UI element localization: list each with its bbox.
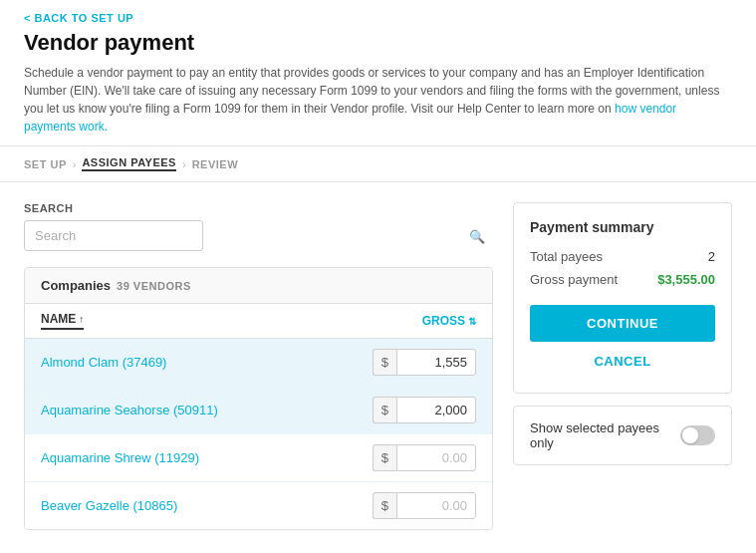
toggle-knob (682, 427, 698, 443)
vendor-link-aquamarine-shrew[interactable]: Aquamarine Shrew (11929) (41, 450, 199, 465)
gross-payment-label: Gross payment (530, 272, 618, 287)
companies-title: Companies (41, 278, 111, 293)
continue-button[interactable]: CONTINUE (530, 305, 715, 342)
show-selected-toggle[interactable] (680, 425, 715, 445)
dollar-sign-beaver-gazelle: $ (373, 492, 396, 519)
back-to-setup-link[interactable]: BACK TO SET UP (0, 0, 157, 30)
table-row: Almond Clam (37469) $ (25, 339, 492, 387)
search-icon: 🔍 (469, 228, 485, 243)
table-row: Aquamarine Seahorse (50911) $ (25, 387, 492, 434)
gross-payment-row: Gross payment $3,555.00 (530, 272, 715, 287)
breadcrumb: SET UP › ASSIGN PAYEES › REVIEW (0, 145, 756, 182)
amount-input-aquamarine-shrew[interactable] (396, 444, 476, 471)
dollar-sign-aquamarine-shrew: $ (373, 444, 396, 471)
gross-sort-icon: ⇅ (468, 316, 476, 327)
amount-field-aquamarine-shrew: $ (373, 444, 476, 471)
name-sort-icon: ↑ (79, 314, 84, 325)
search-label: SEARCH (24, 202, 493, 214)
breadcrumb-sep-1: › (73, 158, 77, 170)
breadcrumb-review[interactable]: REVIEW (192, 158, 238, 170)
amount-input-aquamarine-seahorse[interactable] (396, 397, 476, 423)
amount-field-almond-clam: $ (373, 349, 476, 376)
payment-summary-title: Payment summary (530, 219, 715, 235)
breadcrumb-setup[interactable]: SET UP (24, 158, 67, 170)
dollar-sign-aquamarine-seahorse: $ (373, 397, 396, 423)
payment-summary-card: Payment summary Total payees 2 Gross pay… (513, 202, 732, 394)
total-payees-label: Total payees (530, 249, 603, 264)
total-payees-value: 2 (708, 249, 715, 264)
companies-header: Companies 39 VENDORS (25, 268, 492, 304)
cancel-button[interactable]: CANCEL (530, 346, 715, 377)
vendor-link-beaver-gazelle[interactable]: Beaver Gazelle (10865) (41, 498, 177, 513)
right-panel: Payment summary Total payees 2 Gross pay… (513, 202, 732, 530)
left-panel: SEARCH 🔍 Companies 39 VENDORS NAME ↑ GRO… (24, 202, 493, 530)
search-container: 🔍 (24, 220, 493, 251)
vendor-link-almond-clam[interactable]: Almond Clam (37469) (41, 355, 166, 370)
dollar-sign-almond-clam: $ (373, 349, 396, 376)
total-payees-row: Total payees 2 (530, 249, 715, 264)
amount-input-beaver-gazelle[interactable] (396, 492, 476, 519)
vendors-count: 39 VENDORS (117, 280, 191, 292)
page-description: Schedule a vendor payment to pay an enti… (24, 64, 721, 136)
companies-table: Companies 39 VENDORS NAME ↑ GROSS ⇅ Almo… (24, 267, 493, 530)
table-col-header: NAME ↑ GROSS ⇅ (25, 304, 492, 339)
amount-field-beaver-gazelle: $ (373, 492, 476, 519)
amount-field-aquamarine-seahorse: $ (373, 397, 476, 423)
table-row: Aquamarine Shrew (11929) $ (25, 434, 492, 482)
breadcrumb-sep-2: › (182, 158, 186, 170)
show-selected-card: Show selected payees only (513, 406, 732, 465)
gross-payment-value: $3,555.00 (657, 272, 715, 287)
search-input[interactable] (24, 220, 203, 251)
breadcrumb-assign-payees[interactable]: ASSIGN PAYEES (82, 156, 176, 171)
table-row: Beaver Gazelle (10865) $ (25, 482, 492, 529)
show-selected-label: Show selected payees only (530, 420, 680, 450)
col-name-header[interactable]: NAME ↑ (41, 312, 84, 330)
main-content: SEARCH 🔍 Companies 39 VENDORS NAME ↑ GRO… (0, 182, 756, 550)
vendor-link-aquamarine-seahorse[interactable]: Aquamarine Seahorse (50911) (41, 403, 218, 417)
page-header: Vendor payment Schedule a vendor payment… (0, 30, 756, 145)
col-gross-header[interactable]: GROSS ⇅ (422, 314, 476, 328)
page-title: Vendor payment (24, 30, 732, 56)
amount-input-almond-clam[interactable] (396, 349, 476, 376)
